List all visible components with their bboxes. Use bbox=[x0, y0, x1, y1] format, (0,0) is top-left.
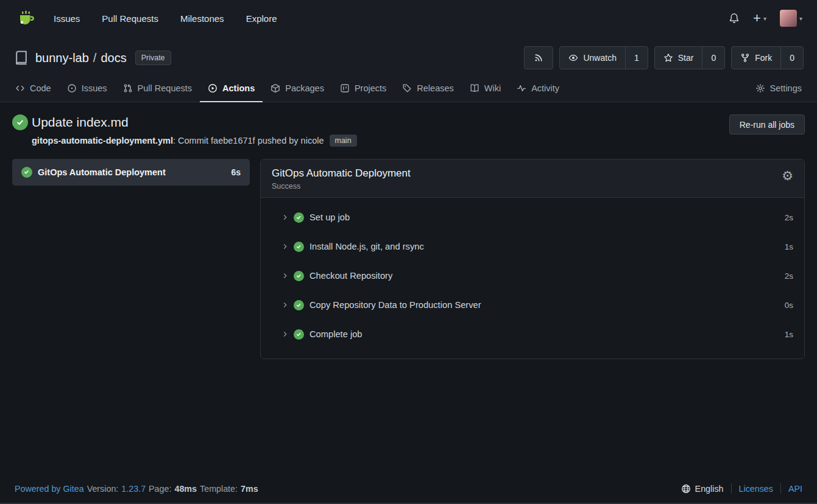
branch-badge[interactable]: main bbox=[330, 135, 357, 147]
watchers-count[interactable]: 1 bbox=[625, 47, 648, 69]
job-steps-list: Set up job 2s Install Node.js, git, and … bbox=[261, 198, 804, 359]
unwatch-button[interactable]: Unwatch bbox=[560, 47, 624, 69]
tab-label: Projects bbox=[355, 83, 386, 93]
repo-title-row: bunny-lab / docs Private bbox=[0, 37, 817, 69]
create-new-button[interactable]: + ▾ bbox=[753, 12, 766, 25]
rss-button[interactable] bbox=[524, 46, 553, 69]
step-row[interactable]: Checkout Repository 2s bbox=[261, 261, 804, 290]
version-label: Version: bbox=[87, 484, 119, 494]
notifications-button[interactable] bbox=[729, 13, 740, 24]
step-name: Checkout Repository bbox=[309, 271, 392, 281]
rerun-all-jobs-button[interactable]: Re-run all jobs bbox=[729, 114, 805, 135]
settings-gear-icon bbox=[755, 83, 765, 93]
top-navbar: Issues Pull Requests Milestones Explore … bbox=[0, 0, 817, 37]
job-status-text: Success bbox=[272, 182, 411, 191]
tab-label: Releases bbox=[417, 83, 453, 93]
step-row[interactable]: Install Node.js, git, and rsync 1s bbox=[261, 232, 804, 261]
tab-packages[interactable]: Packages bbox=[263, 75, 332, 102]
tab-issues[interactable]: Issues bbox=[59, 75, 115, 102]
chevron-right-icon bbox=[281, 214, 289, 221]
tag-icon bbox=[402, 83, 412, 93]
step-row[interactable]: Set up job 2s bbox=[261, 203, 804, 232]
fork-button-group: Fork 0 bbox=[731, 46, 804, 69]
tab-label: Wiki bbox=[484, 83, 501, 93]
template-time: 7ms bbox=[241, 484, 258, 494]
step-duration: 1s bbox=[785, 242, 793, 251]
tab-projects[interactable]: Projects bbox=[332, 75, 394, 102]
step-duration: 0s bbox=[785, 301, 793, 310]
forks-count[interactable]: 0 bbox=[780, 47, 803, 69]
licenses-link[interactable]: Licenses bbox=[739, 484, 773, 494]
step-name: Set up job bbox=[309, 212, 350, 222]
page-time: 48ms bbox=[174, 484, 197, 494]
actions-run-page: Update index.md gitops-automatic-deploym… bbox=[0, 102, 817, 474]
book-icon bbox=[470, 83, 479, 93]
caret-down-icon: ▾ bbox=[763, 15, 766, 22]
repo-icon bbox=[13, 50, 29, 66]
chevron-right-icon bbox=[281, 272, 289, 279]
navbar-links: Issues Pull Requests Milestones Explore bbox=[54, 13, 277, 24]
gitea-cup-icon bbox=[16, 9, 36, 27]
repo-name-link[interactable]: docs bbox=[101, 51, 126, 65]
nav-item-milestones[interactable]: Milestones bbox=[180, 13, 224, 24]
star-icon bbox=[663, 53, 673, 63]
caret-down-icon: ▾ bbox=[799, 15, 802, 22]
fork-button[interactable]: Fork bbox=[732, 47, 780, 69]
watch-button-group: Unwatch 1 bbox=[559, 46, 648, 69]
tab-label: Actions bbox=[222, 83, 255, 93]
star-button-group: Star 0 bbox=[654, 46, 725, 69]
tab-label: Issues bbox=[82, 83, 107, 93]
private-badge: Private bbox=[135, 51, 171, 65]
tab-actions[interactable]: Actions bbox=[200, 75, 263, 102]
job-list-item[interactable]: GitOps Automatic Deployment 6s bbox=[12, 159, 250, 186]
step-row[interactable]: Copy Repository Data to Production Serve… bbox=[261, 290, 804, 320]
language-selector[interactable]: English bbox=[681, 484, 724, 494]
chevron-right-icon bbox=[281, 301, 289, 309]
step-success-check-icon bbox=[294, 300, 304, 310]
star-label: Star bbox=[678, 53, 694, 63]
tab-releases[interactable]: Releases bbox=[394, 75, 461, 102]
job-card-header: GitOps Automatic Deployment Success ⚙ bbox=[261, 159, 804, 198]
unwatch-label: Unwatch bbox=[583, 53, 616, 63]
step-success-check-icon bbox=[294, 329, 304, 340]
stars-count[interactable]: 0 bbox=[702, 47, 724, 69]
powered-by-gitea-link[interactable]: Powered by Gitea bbox=[15, 484, 84, 494]
pull-request-icon bbox=[123, 83, 133, 93]
api-link[interactable]: API bbox=[788, 484, 802, 494]
commit-info-text: : Commit faebe1671f pushed by nicole bbox=[173, 136, 324, 145]
pulse-icon bbox=[517, 83, 526, 93]
run-title-line: Update index.md bbox=[12, 114, 357, 130]
fork-icon bbox=[740, 53, 750, 63]
navbar-right: + ▾ ▾ bbox=[729, 10, 802, 27]
gear-icon[interactable]: ⚙ bbox=[782, 167, 793, 183]
chevron-right-icon bbox=[281, 331, 289, 338]
job-card-title: GitOps Automatic Deployment bbox=[272, 167, 411, 180]
code-icon bbox=[15, 83, 25, 93]
version-link[interactable]: 1.23.7 bbox=[121, 484, 146, 494]
plus-icon: + bbox=[753, 12, 761, 25]
run-success-check-icon bbox=[12, 114, 28, 130]
tab-label: Activity bbox=[531, 83, 559, 93]
gitea-logo[interactable] bbox=[15, 7, 38, 29]
tab-pull-requests[interactable]: Pull Requests bbox=[115, 75, 200, 102]
user-menu-button[interactable]: ▾ bbox=[780, 10, 802, 27]
star-button[interactable]: Star bbox=[655, 47, 702, 69]
workflow-file-name[interactable]: gitops-automatic-deployment.yml bbox=[32, 136, 173, 145]
repo-owner-link[interactable]: bunny-lab bbox=[35, 51, 89, 65]
bell-icon bbox=[729, 13, 740, 24]
chevron-right-icon bbox=[281, 243, 289, 250]
tab-activity[interactable]: Activity bbox=[509, 75, 567, 102]
tab-code[interactable]: Code bbox=[7, 75, 59, 102]
nav-item-explore[interactable]: Explore bbox=[246, 13, 277, 24]
tab-wiki[interactable]: Wiki bbox=[462, 75, 509, 102]
nav-item-pull-requests[interactable]: Pull Requests bbox=[102, 13, 158, 24]
footer-left: Powered by Gitea Version: 1.23.7 Page: 4… bbox=[15, 484, 258, 494]
tab-settings[interactable]: Settings bbox=[748, 75, 810, 102]
footer-divider bbox=[731, 483, 732, 494]
repo-breadcrumb: bunny-lab / docs bbox=[35, 51, 127, 65]
nav-item-issues[interactable]: Issues bbox=[54, 13, 80, 24]
repo-action-buttons: Unwatch 1 Star 0 bbox=[524, 46, 804, 69]
projects-icon bbox=[340, 83, 350, 93]
actions-play-icon bbox=[208, 83, 218, 93]
step-row[interactable]: Complete job 1s bbox=[261, 320, 804, 349]
